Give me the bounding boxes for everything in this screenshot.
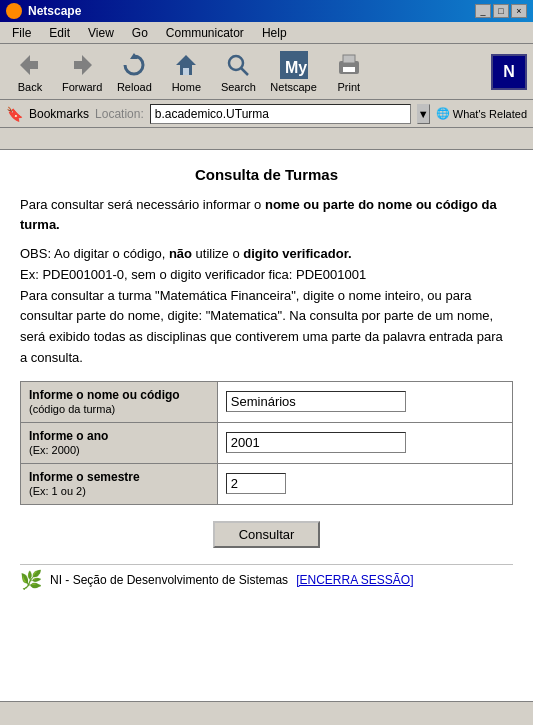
table-row: Informe o semestre (Ex: 1 ou 2) xyxy=(21,463,513,504)
intro-text-1: Para consultar será necessário informar … xyxy=(20,197,265,212)
svg-rect-10 xyxy=(343,55,355,63)
whats-related-label: What's Related xyxy=(453,108,527,120)
bookmarks-icon: 🔖 xyxy=(6,106,23,122)
obs-bold-1: não xyxy=(169,246,192,261)
form-label-text-2: Informe o semestre xyxy=(29,470,140,484)
form-input-cell-0 xyxy=(217,381,512,422)
window-title: Netscape xyxy=(28,4,81,18)
obs-text-1: OBS: Ao digitar o código, xyxy=(20,246,169,261)
form-input-1[interactable] xyxy=(226,432,406,453)
form-label-text-1: Informe o ano xyxy=(29,429,108,443)
form-input-2[interactable] xyxy=(226,473,286,494)
home-icon xyxy=(172,51,200,79)
minimize-button[interactable]: _ xyxy=(475,4,491,18)
form-input-0[interactable] xyxy=(226,391,406,412)
footer-logo-icon: 🌿 xyxy=(20,569,42,591)
form-sublabel-2: (Ex: 1 ou 2) xyxy=(29,485,86,497)
netscape-button[interactable]: My Netscape xyxy=(266,47,320,97)
form-table: Informe o nome ou código (código da turm… xyxy=(20,381,513,505)
obs-text-2: utilize o xyxy=(192,246,243,261)
content-area: Consulta de Turmas Para consultar será n… xyxy=(0,150,533,701)
menu-go[interactable]: Go xyxy=(124,24,156,42)
bookmarks-label[interactable]: Bookmarks xyxy=(29,107,89,121)
form-sublabel-1: (Ex: 2000) xyxy=(29,444,80,456)
menu-edit[interactable]: Edit xyxy=(41,24,78,42)
back-button[interactable]: Back xyxy=(6,47,54,97)
reload-label: Reload xyxy=(117,81,152,93)
search-label: Search xyxy=(221,81,256,93)
form-label-1: Informe o ano (Ex: 2000) xyxy=(21,422,218,463)
encerra-sessao-link[interactable]: [ENCERRA SESSÃO] xyxy=(296,573,413,587)
obs-para2: Para consultar a turma "Matemática Finan… xyxy=(20,288,503,365)
footer: 🌿 NI - Seção de Desenvolvimento de Siste… xyxy=(20,564,513,595)
search-button[interactable]: Search xyxy=(214,47,262,97)
form-sublabel-0: (código da turma) xyxy=(29,403,115,415)
home-label: Home xyxy=(172,81,201,93)
forward-icon xyxy=(68,51,96,79)
location-bar: 🔖 Bookmarks Location: ▼ 🌐 What's Related xyxy=(0,100,533,128)
close-button[interactable]: × xyxy=(511,4,527,18)
maximize-button[interactable]: □ xyxy=(493,4,509,18)
table-row: Informe o nome ou código (código da turm… xyxy=(21,381,513,422)
reload-icon xyxy=(120,51,148,79)
form-input-cell-2 xyxy=(217,463,512,504)
form-label-2: Informe o semestre (Ex: 1 ou 2) xyxy=(21,463,218,504)
footer-text: NI - Seção de Desenvolvimento de Sistema… xyxy=(50,573,288,587)
location-input[interactable] xyxy=(150,104,411,124)
menu-help[interactable]: Help xyxy=(254,24,295,42)
svg-text:My: My xyxy=(285,59,307,76)
reload-button[interactable]: Reload xyxy=(110,47,158,97)
location-dropdown[interactable]: ▼ xyxy=(417,104,430,124)
netscape-label: Netscape xyxy=(270,81,316,93)
print-icon xyxy=(335,51,363,79)
home-button[interactable]: Home xyxy=(162,47,210,97)
back-label: Back xyxy=(18,81,42,93)
personal-bar xyxy=(0,128,533,150)
status-bar xyxy=(0,701,533,725)
menu-bar: File Edit View Go Communicator Help xyxy=(0,22,533,44)
form-input-cell-1 xyxy=(217,422,512,463)
menu-view[interactable]: View xyxy=(80,24,122,42)
intro-paragraph: Para consultar será necessário informar … xyxy=(20,195,513,234)
back-icon xyxy=(16,51,44,79)
obs-section: OBS: Ao digitar o código, não utilize o … xyxy=(20,244,513,369)
window-controls[interactable]: _ □ × xyxy=(475,4,527,18)
title-bar: Netscape _ □ × xyxy=(0,0,533,22)
svg-rect-11 xyxy=(343,67,355,72)
svg-rect-4 xyxy=(183,68,189,75)
print-button[interactable]: Print xyxy=(325,47,373,97)
table-row: Informe o ano (Ex: 2000) xyxy=(21,422,513,463)
forward-label: Forward xyxy=(62,81,102,93)
button-area: Consultar xyxy=(20,521,513,548)
netscape-icon: My xyxy=(280,51,308,79)
print-label: Print xyxy=(338,81,361,93)
toolbar: Back Forward Reload Home Search My Netsc… xyxy=(0,44,533,100)
netscape-logo: N xyxy=(491,54,527,90)
search-icon xyxy=(224,51,252,79)
svg-marker-1 xyxy=(74,55,92,75)
app-icon xyxy=(6,3,22,19)
svg-point-5 xyxy=(229,56,243,70)
menu-file[interactable]: File xyxy=(4,24,39,42)
consultar-button[interactable]: Consultar xyxy=(213,521,321,548)
obs-example: Ex: PDE001001-0, sem o digito verificado… xyxy=(20,267,366,282)
whats-related-button[interactable]: 🌐 What's Related xyxy=(436,107,527,120)
svg-line-6 xyxy=(241,68,248,75)
forward-button[interactable]: Forward xyxy=(58,47,106,97)
location-label: Location: xyxy=(95,107,144,121)
svg-marker-0 xyxy=(20,55,38,75)
form-label-text-0: Informe o nome ou código xyxy=(29,388,180,402)
whats-related-icon: 🌐 xyxy=(436,107,450,120)
form-label-0: Informe o nome ou código (código da turm… xyxy=(21,381,218,422)
menu-communicator[interactable]: Communicator xyxy=(158,24,252,42)
page-title: Consulta de Turmas xyxy=(20,166,513,183)
obs-bold-2: digito verificador. xyxy=(243,246,351,261)
